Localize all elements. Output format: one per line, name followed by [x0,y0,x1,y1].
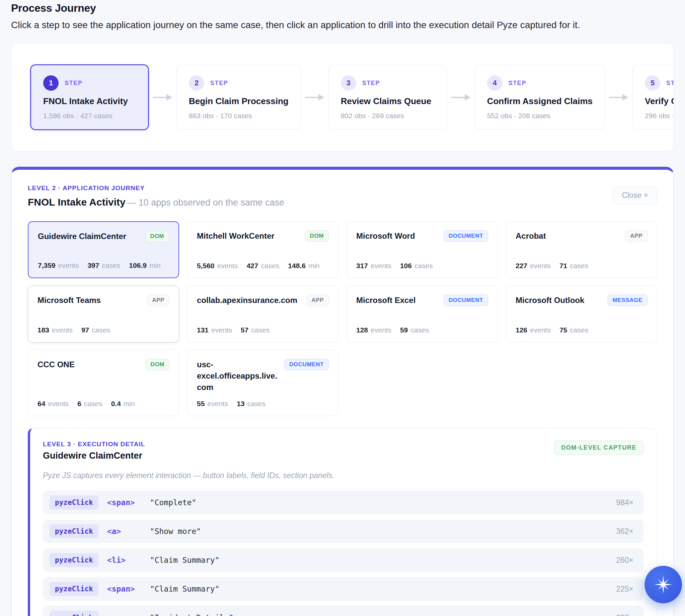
event-count: 225× [616,585,634,594]
step-number-badge: 5 [645,75,660,91]
events-label: events [530,262,551,270]
event-type-badge: pyzeClick [49,496,98,509]
steps-row: 1 STEP FNOL Intake Activity 1,586 obs · … [30,64,674,130]
app-grid: Guidewire ClaimCenter DOM 7,359events 39… [28,221,657,416]
app-name: Mitchell WorkCenter [197,230,274,242]
step-card-1[interactable]: 1 STEP FNOL Intake Activity 1,586 obs · … [30,64,149,130]
step-label: STEP [509,80,526,87]
event-list: pyzeClick <span> "Complete" 984× pyzeCli… [43,491,643,616]
event-type-badge: pyzeClick [49,582,98,596]
app-card-microsoft-excel[interactable]: Microsoft Excel DOCUMENT 128events 59cas… [347,286,498,343]
cases-label: cases [84,400,103,408]
step-title: Confirm Assigned Claims [487,96,593,107]
step-card-2[interactable]: 2 STEP Begin Claim Processing 863 obs · … [176,65,301,130]
event-tag: <span> [107,613,150,616]
event-row[interactable]: pyzeClick <span> "Complete" 984× [43,491,643,514]
event-label: "Claim Summary" [150,585,220,593]
app-name: CCC ONE [38,359,75,370]
cases-value: 71 [559,262,567,270]
dom-level-capture-badge: DOM-LEVEL CAPTURE [554,441,643,455]
event-label: "Complete" [150,498,196,507]
event-tag: <li> [107,556,150,565]
cases-label: cases [570,262,588,270]
app-card-microsoft-word[interactable]: Microsoft Word DOCUMENT 317events 106cas… [347,221,498,278]
events-value: 131 [197,326,208,334]
close-button[interactable]: Close × [613,186,657,204]
events-label: events [48,400,69,408]
app-card-ccc-one[interactable]: CCC ONE DOM 64events 6cases 0.4min [28,350,179,416]
cases-value: 97 [81,326,89,334]
step-arrow-icon [304,93,325,102]
event-row[interactable]: pyzeClick <span> "Incident Details" 203× [43,606,643,616]
step-arrow-icon [152,93,173,102]
events-label: events [530,326,551,334]
events-value: 227 [515,262,527,270]
app-card-microsoft-outlook[interactable]: Microsoft Outlook MESSAGE 126events 75ca… [506,286,657,343]
app-card-mitchell-workcenter[interactable]: Mitchell WorkCenter DOM 5,560events 427c… [187,221,338,278]
app-card-guidewire-claimcenter[interactable]: Guidewire ClaimCenter DOM 7,359events 39… [28,221,179,278]
event-row[interactable]: pyzeClick <li> "Claim Summary" 260× [43,548,643,572]
event-row[interactable]: pyzeClick <a> "Show more" 362× [43,520,643,543]
page-title: Process Journey [11,2,674,15]
events-label: events [371,262,391,270]
level3-note: Pyze JS captures every element interacti… [43,471,643,480]
cases-value: 6 [78,400,81,408]
step-stats: 863 obs · 170 cases [189,112,289,120]
cases-label: cases [247,400,266,408]
level3-title: Guidewire ClaimCenter [43,450,145,461]
step-number-badge: 2 [189,75,204,91]
event-tag: <span> [107,585,150,593]
step-title: Review Claims Queue [341,96,435,107]
app-type-badge: DOCUMENT [444,294,488,306]
step-number-badge: 3 [341,75,356,91]
event-type-badge: pyzeClick [49,524,98,538]
step-card-4[interactable]: 4 STEP Confirm Assigned Claims 552 obs ·… [475,65,605,130]
app-card-microsoft-teams[interactable]: Microsoft Teams APP 183events 97cases mi… [28,286,179,343]
cases-label: cases [570,326,588,334]
step-card-3[interactable]: 3 STEP Review Claims Queue 802 obs · 269… [328,65,447,130]
app-name: Guidewire ClaimCenter [38,231,126,242]
events-value: 55 [197,400,204,408]
min-value: 148.6 [288,262,306,270]
app-type-badge: MESSAGE [607,294,647,306]
step-stats: 1,586 obs · 427 cases [43,112,136,120]
event-count: 362× [616,527,634,536]
app-type-badge: DOM [305,230,329,242]
cases-label: cases [251,326,269,334]
app-type-badge: APP [306,294,329,306]
sparkle-star-icon [653,574,674,595]
page-description: Click a step to see the application jour… [11,18,634,32]
event-type-badge: pyzeClick [49,611,98,616]
app-card-usc-excel-officeapps[interactable]: usc-excel.officeapps.live.com DOCUMENT 5… [187,350,338,416]
step-card-5[interactable]: 5 STEP Verify Cla 296 obs · 1 [633,65,674,130]
cases-value: 427 [246,262,258,270]
min-value: 106.9 [129,262,147,269]
event-row[interactable]: pyzeClick <span> "Claim Summary" 225× [43,577,643,600]
events-value: 5,560 [197,262,215,270]
step-arrow-icon [608,93,629,102]
step-label: STEP [666,80,674,87]
cases-value: 106 [400,262,412,270]
assistant-fab-button[interactable] [644,566,682,603]
events-value: 317 [356,262,368,270]
cases-label: cases [102,262,120,269]
step-stats: 296 obs · 1 [645,112,674,120]
event-tag: <span> [107,498,150,507]
app-name: Microsoft Teams [38,294,101,306]
events-label: events [211,326,232,334]
app-card-collab-apexinsurance[interactable]: collab.apexinsurance.com APP 131events 5… [187,286,338,343]
app-card-acrobat[interactable]: Acrobat APP 227events 71cases min [506,221,657,278]
app-type-badge: DOM [146,359,170,370]
cases-value: 397 [87,262,99,269]
app-name: collab.apexinsurance.com [197,294,297,306]
app-name: usc-excel.officeapps.live.com [197,359,280,393]
l3-header-text: LEVEL 3 · EXECUTION DETAIL Guidewire Cla… [43,441,145,461]
level2-eyebrow: LEVEL 2 · APPLICATION JOURNEY [28,184,284,192]
event-count: 984× [616,498,634,507]
cases-value: 75 [559,326,567,334]
cases-value: 59 [400,326,408,334]
cases-value: 13 [237,400,244,408]
step-label: STEP [210,80,228,87]
execution-detail-panel: LEVEL 3 · EXECUTION DETAIL Guidewire Cla… [28,428,657,616]
app-name: Microsoft Excel [356,294,416,306]
